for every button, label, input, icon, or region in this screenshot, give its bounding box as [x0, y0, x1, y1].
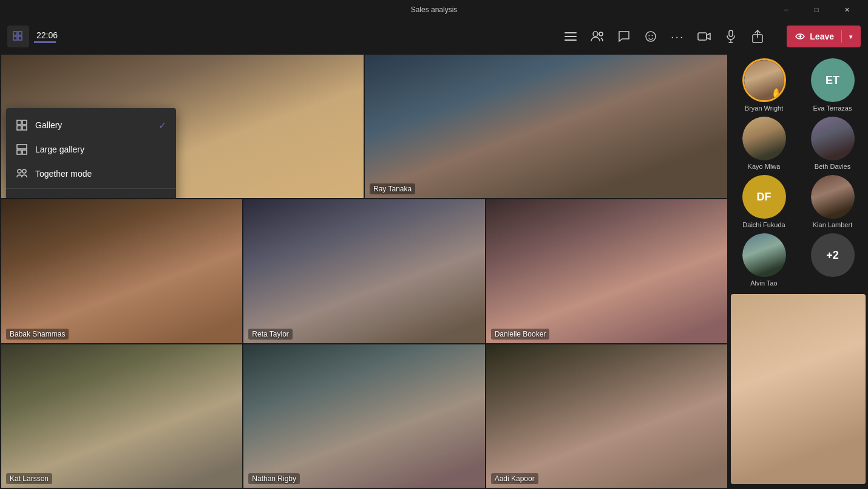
avatar-kian	[811, 175, 855, 219]
timer-wrapper: 22:06	[34, 30, 58, 43]
name-daichi: Daichi Fukuda	[742, 221, 785, 228]
sidebar-row-1: ✋ Bryan Wright ET Eva Terrazas	[731, 58, 866, 112]
sidebar-row-4: Alvin Tao +2	[731, 233, 866, 287]
avatar-alvin	[742, 233, 786, 277]
video-cell-nathan: Nathan Rigby	[243, 344, 484, 488]
toolbar-icons: ···	[558, 24, 770, 49]
participant-bryan: ✋ Bryan Wright	[737, 58, 792, 112]
svg-point-24	[18, 169, 21, 173]
hand-raise-icon: ✋	[771, 87, 783, 99]
dropdown-divider-1	[6, 188, 176, 189]
label-reta: Reta Taylor	[248, 329, 292, 340]
share-button[interactable]	[745, 24, 770, 49]
maximize-button[interactable]: □	[802, 0, 830, 19]
label-ray: Ray Tanaka	[370, 183, 415, 194]
svg-rect-21	[17, 145, 27, 149]
label-nathan: Nathan Rigby	[248, 473, 300, 484]
large-gallery-icon	[16, 143, 28, 156]
svg-rect-5	[565, 36, 577, 37]
grid-view-button[interactable]	[7, 26, 29, 47]
svg-point-25	[22, 169, 26, 173]
video-row-3: Kat Larsson Nathan Rigby Aadi Kapoor	[1, 344, 727, 488]
view-dropdown-menu: Gallery ✓ Large gallery	[6, 108, 176, 198]
gallery-icon	[16, 119, 28, 131]
sidebar-participants: ✋ Bryan Wright ET Eva Terrazas Kayo Miwa	[728, 53, 868, 489]
label-danielle: Danielle Booker	[491, 329, 550, 340]
svg-rect-23	[22, 150, 27, 154]
participant-daichi: DF Daichi Fukuda	[737, 175, 792, 228]
participant-beth: Beth Davies	[805, 117, 860, 170]
participant-kian: Kian Lambert	[805, 175, 860, 228]
svg-rect-20	[22, 126, 27, 130]
timer-bar	[34, 41, 56, 43]
toolbar: 22:06	[0, 19, 868, 53]
gallery-check: ✓	[158, 120, 166, 131]
video-cell-aadi: Aadi Kapoor	[486, 344, 727, 488]
video-row-2: Babak Shammas Reta Taylor Danielle Booke…	[1, 199, 727, 343]
video-row-1: Gallery ✓ Large gallery	[1, 55, 727, 198]
dropdown-together-mode[interactable]: Together mode	[6, 162, 176, 186]
chat-icon-button[interactable]	[612, 24, 636, 49]
name-bryan: Bryan Wright	[745, 104, 783, 112]
menu-icon-button[interactable]	[558, 24, 583, 49]
mic-button[interactable]	[719, 24, 743, 49]
participant-eva: ET Eva Terrazas	[805, 58, 860, 112]
call-timer: 22:06	[36, 30, 58, 40]
close-button[interactable]: ✕	[833, 0, 861, 19]
svg-point-7	[593, 32, 598, 36]
name-beth: Beth Davies	[815, 163, 850, 170]
gallery-label: Gallery	[35, 120, 62, 130]
participant-alvin: Alvin Tao	[737, 233, 792, 287]
svg-rect-0	[13, 32, 17, 35]
sidebar-row-2: Kayo Miwa Beth Davies	[731, 117, 866, 170]
video-cell-krystal: Gallery ✓ Large gallery	[1, 55, 364, 198]
toolbar-left: 22:06	[7, 26, 58, 47]
name-eva: Eva Terrazas	[813, 104, 852, 112]
leave-chevron[interactable]: ▾	[849, 33, 852, 40]
video-cell-danielle: Danielle Booker	[486, 199, 727, 343]
svg-rect-3	[18, 36, 22, 40]
label-aadi: Aadi Kapoor	[491, 473, 538, 484]
large-gallery-label: Large gallery	[35, 145, 84, 154]
video-cell-reta: Reta Taylor	[243, 199, 484, 343]
svg-rect-2	[13, 36, 17, 40]
main-content: Gallery ✓ Large gallery	[0, 53, 868, 489]
video-cell-kat: Kat Larsson	[1, 344, 242, 488]
window-controls: ─ □ ✕	[772, 0, 861, 19]
gallery-at-top-icon	[16, 197, 28, 198]
dropdown-gallery[interactable]: Gallery ✓	[6, 113, 176, 137]
avatar-kayo	[742, 117, 786, 160]
camera-button[interactable]	[692, 24, 716, 49]
app-title: Sales analysis	[411, 5, 458, 14]
svg-rect-22	[17, 150, 21, 154]
reactions-icon-button[interactable]	[639, 24, 663, 49]
svg-point-8	[599, 32, 603, 36]
more-options-button[interactable]: ···	[665, 24, 690, 49]
svg-rect-4	[565, 32, 577, 33]
people-icon-button[interactable]	[585, 24, 609, 49]
sidebar-bottom-video	[731, 294, 866, 484]
video-cell-ray: Ray Tanaka	[365, 55, 727, 198]
dropdown-gallery-at-top[interactable]: Gallery at top	[6, 191, 176, 198]
label-kat: Kat Larsson	[6, 473, 52, 484]
minimize-button[interactable]: ─	[772, 0, 800, 19]
more-badge[interactable]: +2	[811, 233, 855, 277]
svg-rect-19	[17, 126, 21, 130]
svg-rect-6	[565, 39, 577, 41]
video-grid: Gallery ✓ Large gallery	[0, 53, 728, 489]
name-kayo: Kayo Miwa	[748, 163, 781, 170]
dropdown-large-gallery[interactable]: Large gallery	[6, 137, 176, 162]
svg-rect-1	[18, 32, 22, 35]
name-alvin: Alvin Tao	[750, 279, 777, 287]
svg-point-11	[652, 35, 653, 36]
leave-divider	[841, 30, 842, 43]
together-mode-label: Together mode	[35, 169, 92, 179]
svg-rect-17	[17, 120, 21, 125]
svg-rect-18	[22, 120, 27, 125]
avatar-bryan: ✋	[742, 58, 786, 102]
leave-button[interactable]: Leave ▾	[787, 26, 861, 47]
avatar-eva: ET	[811, 58, 855, 102]
participant-more: +2	[805, 233, 860, 287]
leave-label: Leave	[810, 32, 834, 41]
name-kian: Kian Lambert	[813, 221, 852, 228]
